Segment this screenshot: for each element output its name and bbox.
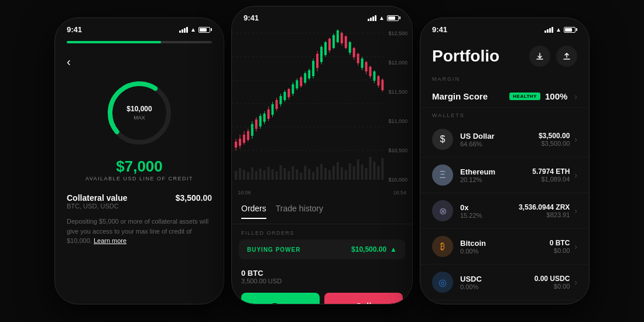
wallet-usd-4: $0.00 xyxy=(535,283,570,290)
svg-rect-16 xyxy=(283,168,286,180)
filled-orders-label: FILLED ORDERS xyxy=(232,224,412,239)
wallet-name-2: 0x xyxy=(460,203,519,212)
wallet-info-0: US Dollar 64.66% xyxy=(460,132,539,148)
svg-rect-23 xyxy=(312,172,314,180)
svg-rect-50 xyxy=(251,124,254,136)
learn-more-link[interactable]: Learn more xyxy=(94,237,126,244)
credit-gauge: $10,000 MAX xyxy=(67,78,212,148)
svg-rect-96 xyxy=(345,36,347,48)
wallet-balance-1: 5.7974 ETH $1,089.04 xyxy=(532,167,570,183)
svg-rect-25 xyxy=(320,164,323,180)
svg-rect-76 xyxy=(304,73,306,83)
time-right: 9:41 xyxy=(432,25,447,34)
svg-rect-88 xyxy=(328,39,331,50)
home-indicator-right xyxy=(420,300,589,304)
svg-rect-46 xyxy=(243,135,245,143)
wallet-item[interactable]: Ξ Ethereum 20.12% 5.7974 ETH $1,089.04 › xyxy=(420,157,589,193)
svg-rect-28 xyxy=(333,166,335,180)
svg-rect-5 xyxy=(239,168,241,180)
wallet-icon-3: ₿ xyxy=(432,236,453,257)
svg-rect-18 xyxy=(292,166,294,180)
svg-rect-92 xyxy=(337,30,339,42)
svg-rect-84 xyxy=(320,47,323,62)
svg-rect-27 xyxy=(328,170,331,180)
svg-rect-78 xyxy=(308,70,310,78)
wallet-chevron-icon-2: › xyxy=(574,206,577,215)
svg-rect-38 xyxy=(373,162,375,180)
svg-rect-21 xyxy=(304,166,306,180)
svg-rect-80 xyxy=(312,61,314,76)
wallet-name-0: US Dollar xyxy=(460,132,539,141)
price-chart: $12,500 $12,000 $11,500 $11,000 $10,500 … xyxy=(232,25,412,189)
tab-trade-history[interactable]: Trade history xyxy=(276,204,323,219)
buying-power-value: $10,500.00 xyxy=(351,245,386,254)
svg-rect-31 xyxy=(345,170,347,180)
phone-right: 9:41 ▲ Portfolio xyxy=(420,18,590,304)
wallet-balance-0: $3,500.00 $3,500.00 xyxy=(539,132,570,147)
svg-rect-15 xyxy=(279,165,282,180)
wallet-item[interactable]: ₿ Bitcoin 0.00% 0 BTC $0.00 › xyxy=(420,229,589,265)
svg-rect-30 xyxy=(341,167,343,180)
trade-buttons: Buy Sell xyxy=(232,290,412,304)
margin-score-row[interactable]: Margin Score HEALTHY 100% › xyxy=(420,85,589,108)
price-labels: $12,500 $12,000 $11,500 $11,000 $10,500 … xyxy=(388,25,407,189)
download-button[interactable] xyxy=(529,46,550,67)
svg-rect-64 xyxy=(279,96,282,104)
svg-point-1 xyxy=(104,78,174,148)
order-btc: 0 BTC xyxy=(241,269,282,278)
svg-rect-94 xyxy=(341,33,343,43)
svg-rect-6 xyxy=(243,170,245,180)
svg-text:MAX: MAX xyxy=(133,115,145,121)
upload-button[interactable] xyxy=(556,46,577,67)
wallet-usd-2: $823.91 xyxy=(519,211,570,218)
wallet-balance-2: 3,536.0944 ZRX $823.91 xyxy=(519,203,570,218)
order-usd-amount: 3,500.00 USD xyxy=(241,278,282,285)
healthy-badge: HEALTHY xyxy=(509,93,540,100)
svg-rect-17 xyxy=(287,171,290,180)
wallet-balance-3: 0 BTC $0.00 xyxy=(550,239,570,254)
wallet-pct-4: 0.00% xyxy=(460,283,535,290)
collateral-value: $3,500.00 xyxy=(176,193,212,203)
wallet-usd-0: $3,500.00 xyxy=(539,140,570,147)
back-button[interactable]: ‹ xyxy=(67,55,212,68)
wallet-chevron-icon-0: › xyxy=(574,135,577,144)
portfolio-action-icons xyxy=(529,46,577,67)
wifi-icon: ▲ xyxy=(190,26,196,33)
progress-fill xyxy=(67,41,161,43)
svg-rect-44 xyxy=(239,139,241,146)
margin-score-label: Margin Score xyxy=(432,91,488,101)
collateral-subtitle: BTC, USD, USDC xyxy=(67,203,128,210)
svg-rect-35 xyxy=(361,165,364,180)
svg-rect-14 xyxy=(276,172,278,180)
wallet-name-1: Ethereum xyxy=(460,167,532,176)
wallet-chevron-icon-3: › xyxy=(574,242,577,251)
svg-rect-52 xyxy=(255,119,258,129)
wallet-icon-4: ◎ xyxy=(432,272,453,293)
wallet-item[interactable]: ◎ USDC 0.00% 0.00 USDC $0.00 › xyxy=(420,265,589,300)
svg-rect-56 xyxy=(263,114,266,122)
svg-rect-114 xyxy=(381,80,383,90)
wallet-item[interactable]: ⊗ 0x 15.22% 3,536.0944 ZRX $823.91 › xyxy=(420,193,589,229)
svg-rect-33 xyxy=(353,166,355,180)
svg-rect-102 xyxy=(357,54,359,63)
wallet-chevron-icon-4: › xyxy=(574,278,577,287)
margin-section-label: MARGIN xyxy=(420,71,589,85)
wallet-item[interactable]: $ US Dollar 64.66% $3,500.00 $3,500.00 › xyxy=(420,122,589,157)
margin-score-right: HEALTHY 100% › xyxy=(509,91,577,101)
available-credit-label: AVAILABLE USD LINE OF CREDIT xyxy=(67,176,212,181)
wallets-section-label: WALLETS xyxy=(420,108,589,122)
wallet-info-4: USDC 0.00% xyxy=(460,275,535,290)
margin-chevron-icon: › xyxy=(574,92,577,101)
wallet-usd-3: $0.00 xyxy=(550,247,570,254)
svg-rect-58 xyxy=(268,109,270,119)
wallet-amount-4: 0.00 USDC xyxy=(535,275,570,283)
svg-rect-82 xyxy=(316,54,318,68)
tab-orders[interactable]: Orders xyxy=(241,204,266,219)
status-icons-left: ▲ xyxy=(179,26,212,33)
portfolio-title: Portfolio xyxy=(432,47,499,66)
svg-rect-39 xyxy=(377,166,379,180)
wifi-icon-mid: ▲ xyxy=(379,15,385,21)
sell-button[interactable]: Sell xyxy=(324,293,403,304)
svg-rect-100 xyxy=(353,48,355,57)
buy-button[interactable]: Buy xyxy=(241,293,320,304)
